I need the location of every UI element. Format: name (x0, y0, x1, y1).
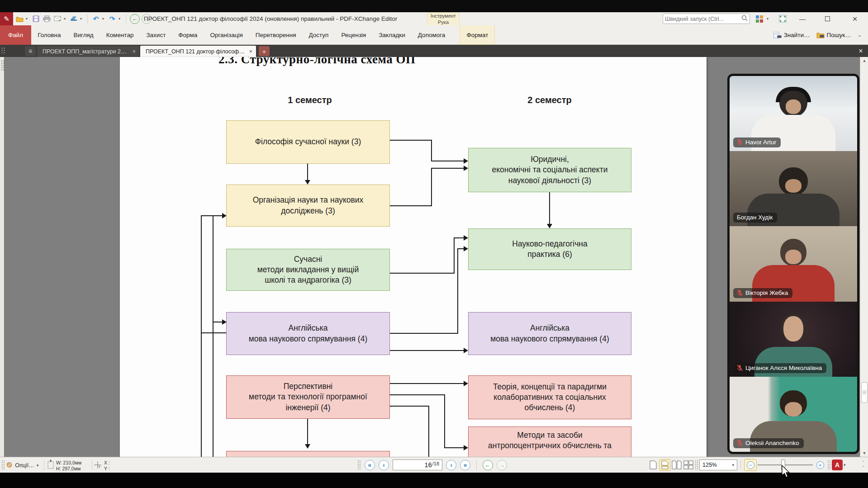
redo-icon[interactable]: ↷ (108, 14, 117, 24)
email-dropdown-icon[interactable]: ▾ (64, 17, 67, 21)
nav-back-icon[interactable]: ← (130, 14, 140, 24)
search-button[interactable]: Пошук… (816, 32, 851, 38)
scrollbar-thumb[interactable] (861, 382, 868, 403)
last-page-button[interactable]: » (460, 460, 470, 470)
continuous-layout-icon[interactable] (659, 459, 670, 471)
palette-dropdown-icon[interactable]: ▾ (765, 14, 770, 24)
find-button[interactable]: Знайти… (773, 32, 810, 39)
connector-line (390, 140, 432, 141)
participant-tile[interactable]: Богдан Худік (730, 151, 857, 226)
open-file-icon[interactable] (15, 14, 24, 24)
toolbar-overflow-icon[interactable]: ⌄ (858, 32, 862, 38)
menu-format[interactable]: Формат (460, 25, 495, 45)
menu-home[interactable]: Головна (31, 25, 67, 45)
participant-tile[interactable]: Циганок Алєся Миколаївна (730, 302, 857, 377)
menu-convert[interactable]: Перетворення (249, 25, 303, 45)
participant-tile[interactable]: Oleksii Ananchenko (730, 377, 857, 452)
quick-launch-input[interactable] (663, 16, 741, 22)
connector-line (431, 168, 464, 169)
participant-tile[interactable]: Вікторія Жебка (730, 226, 857, 301)
tab-project-onp-active[interactable]: ПРОЕКТ_ОНП 121 доктор філософії 2024 (он… (140, 46, 256, 57)
maximize-button[interactable] (820, 12, 835, 25)
scan-icon[interactable] (69, 14, 78, 24)
connector-line (213, 322, 223, 322)
tab-list-icon[interactable]: ≡ (25, 46, 36, 56)
connector-line (307, 164, 308, 180)
email-icon[interactable] (53, 14, 62, 24)
new-tab-button[interactable]: + (259, 46, 270, 56)
semester-1-header: 1 семестр (265, 95, 355, 105)
panes-toggle-strip[interactable] (0, 57, 5, 457)
two-page-layout-icon[interactable] (671, 459, 682, 471)
tab2-close-icon[interactable]: × (249, 48, 252, 55)
menu-help[interactable]: Допомога (412, 25, 452, 45)
menu-form[interactable]: Форма (172, 25, 204, 45)
connector-line (201, 215, 202, 457)
history-back-button[interactable]: ← (483, 460, 493, 470)
menu-protect[interactable]: Захист (140, 25, 172, 45)
arrowhead (305, 180, 310, 185)
connector-line (390, 383, 464, 384)
crosshair-icon (94, 461, 101, 469)
tab-project-opp[interactable]: ПРОЕКТ ОПП_магістратури 2024 × (37, 46, 139, 57)
pdf-xchange-logo-icon: ✎ (0, 12, 13, 25)
single-page-layout-icon[interactable] (648, 459, 659, 471)
participant-tile[interactable]: Havor Artur (730, 76, 857, 151)
menu-bookmarks[interactable]: Закладки (372, 25, 411, 45)
first-page-button[interactable]: « (365, 460, 375, 470)
quick-access-toolbar: ▾ ▾ ▾ ↶ ▾ ↷ ▾ ← → (15, 12, 152, 25)
connector-line (444, 447, 464, 448)
redo-dropdown-icon[interactable]: ▾ (119, 17, 122, 21)
menu-organize[interactable]: Організація (204, 25, 249, 45)
open-dropdown-icon[interactable]: ▾ (26, 17, 29, 21)
pdf-page: 2.3. Структурно-логічна схема ОП 1 семес… (120, 57, 707, 457)
previous-page-button[interactable]: ‹ (379, 460, 389, 470)
print-icon[interactable] (42, 14, 51, 24)
menu-review[interactable]: Рецензія (335, 25, 372, 45)
options-button[interactable]: ⚙ Опції… ▾ (6, 457, 38, 473)
undo-dropdown-icon[interactable]: ▾ (102, 17, 106, 21)
nav-grip[interactable] (357, 460, 361, 470)
fullscreen-icon[interactable] (777, 14, 788, 24)
zoom-out-button[interactable]: − (744, 459, 757, 471)
history-forward-button[interactable]: → (497, 460, 507, 470)
course-box-organization: Організація науки та наукових досліджень… (226, 185, 390, 227)
tab1-close-icon[interactable]: × (132, 48, 136, 55)
right-grip[interactable] (827, 460, 831, 470)
connector-line (201, 215, 223, 216)
arrowhead (464, 445, 468, 450)
statusbar-grip[interactable] (1, 460, 5, 470)
color-palette-icon[interactable] (754, 14, 764, 24)
zoom-level-select[interactable]: 125% ▾ (699, 460, 737, 470)
quick-launch-box[interactable] (663, 14, 750, 24)
tabbar-grip[interactable] (1, 47, 5, 55)
statusbar-collapse-icons[interactable]: ⌄⌄ (861, 458, 866, 468)
zoom-in-button[interactable]: + (814, 459, 826, 471)
grid-layout-icon[interactable] (683, 459, 694, 471)
connector-line (307, 419, 308, 444)
tabbar-close-icon[interactable]: × (855, 46, 866, 56)
menu-access[interactable]: Доступ (302, 25, 335, 45)
page-size-icon (47, 460, 54, 470)
scroll-down-icon[interactable]: ▼ (860, 450, 868, 457)
page-number-field[interactable]: 16 /18 (393, 460, 442, 470)
minimize-button[interactable]: — (795, 12, 810, 25)
participant-name-badge: Havor Artur (733, 137, 781, 147)
adobe-dropdown-icon[interactable]: ▾ (844, 463, 846, 467)
scan-dropdown-icon[interactable]: ▾ (80, 17, 84, 21)
close-button[interactable]: × (847, 12, 863, 25)
connector-line (390, 350, 464, 351)
zoom-grip[interactable] (695, 460, 698, 470)
connector-line (549, 192, 550, 224)
menu-view[interactable]: Вигляд (67, 25, 100, 45)
scroll-up-icon[interactable]: ▲ (860, 57, 868, 64)
connector-line (390, 333, 458, 334)
menu-comment[interactable]: Коментар (100, 25, 140, 45)
adobe-acrobat-icon[interactable]: A (832, 460, 843, 470)
arrowhead (464, 235, 468, 241)
next-page-button[interactable]: › (446, 460, 456, 470)
document-scrollbar[interactable]: ▲ ▼ (860, 57, 868, 457)
undo-icon[interactable]: ↶ (91, 14, 100, 24)
menu-file[interactable]: Файл (0, 25, 31, 45)
save-icon[interactable] (31, 14, 40, 24)
